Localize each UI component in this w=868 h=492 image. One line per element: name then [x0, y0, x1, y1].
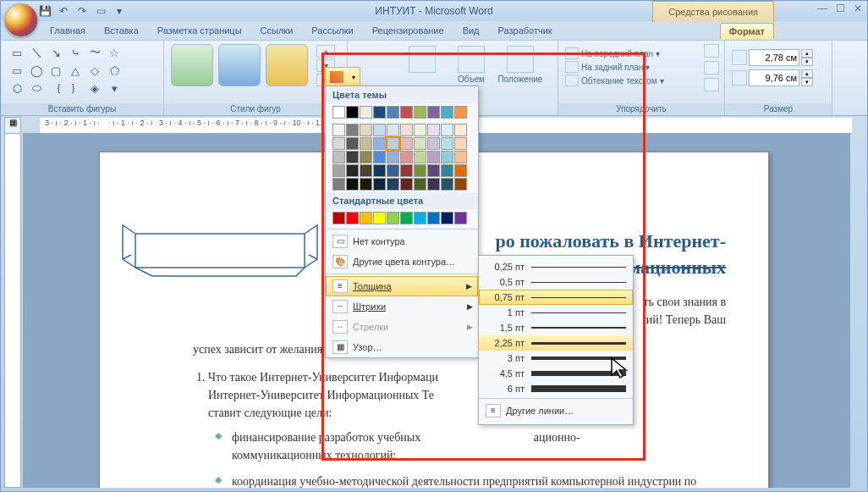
tab-review[interactable]: Рецензирование: [364, 23, 453, 38]
send-back-button[interactable]: На задний план▾: [565, 61, 717, 73]
tab-format[interactable]: Формат: [720, 23, 774, 39]
theme-color-swatch[interactable]: [387, 151, 399, 163]
standard-color-swatch[interactable]: [441, 212, 453, 224]
theme-color-swatch[interactable]: [441, 124, 453, 136]
theme-color-swatch[interactable]: [346, 124, 359, 136]
theme-color-swatch[interactable]: [454, 178, 467, 191]
qat-more-icon[interactable]: ▾: [111, 3, 128, 19]
standard-color-swatch[interactable]: [454, 212, 467, 224]
shape-textbox-icon[interactable]: ▭: [8, 44, 26, 61]
theme-color-swatch[interactable]: [373, 124, 386, 136]
align-icon[interactable]: [704, 44, 719, 58]
shape-outline-button[interactable]: ▾: [325, 67, 360, 87]
theme-color-swatch[interactable]: [454, 106, 467, 119]
maximize-icon[interactable]: ☐: [836, 3, 845, 14]
theme-color-swatch[interactable]: [373, 137, 386, 150]
theme-color-swatch[interactable]: [346, 178, 359, 191]
theme-color-swatch[interactable]: [400, 106, 413, 119]
tab-insert[interactable]: Вставка: [96, 23, 147, 38]
theme-color-swatch[interactable]: [373, 164, 386, 177]
bring-front-button[interactable]: На передний план▾: [565, 47, 717, 59]
theme-color-swatch[interactable]: [373, 178, 386, 191]
shape-gallery[interactable]: ▭＼↘⤷〜☆ ▭◯▢△◇⬠ ⬡⬭｛｝◈▾: [8, 44, 157, 97]
theme-color-swatch[interactable]: [454, 137, 467, 150]
theme-color-swatch[interactable]: [414, 151, 426, 163]
standard-color-swatch[interactable]: [332, 212, 345, 224]
group-icon[interactable]: [704, 61, 719, 75]
theme-color-swatch[interactable]: [332, 124, 345, 136]
theme-color-swatch[interactable]: [400, 164, 413, 177]
standard-color-swatch[interactable]: [360, 212, 372, 224]
theme-color-swatch[interactable]: [332, 151, 345, 163]
qat-redo-icon[interactable]: ↷: [74, 3, 91, 19]
theme-color-swatch[interactable]: [427, 178, 440, 191]
dashes-item[interactable]: ┄Штрихи▶: [326, 296, 478, 317]
text-wrap-button[interactable]: Обтекание текстом▾: [565, 75, 717, 86]
theme-color-swatch[interactable]: [360, 137, 372, 150]
pattern-item[interactable]: ▦Узор…: [326, 337, 478, 357]
theme-color-swatch[interactable]: [427, 124, 440, 136]
theme-color-swatch[interactable]: [441, 164, 453, 177]
theme-color-swatch[interactable]: [373, 106, 386, 119]
standard-color-swatch[interactable]: [414, 212, 426, 224]
standard-color-swatch[interactable]: [400, 212, 413, 224]
tab-home[interactable]: Главная: [41, 23, 94, 38]
ruler-toggle-icon[interactable]: ▦: [4, 117, 21, 134]
shape-callout-icon[interactable]: ◈: [85, 80, 104, 97]
tab-layout[interactable]: Разметка страницы: [149, 23, 250, 38]
standard-color-swatch[interactable]: [346, 212, 359, 224]
weight-option[interactable]: 1 пт: [479, 305, 633, 320]
shape-more2-icon[interactable]: ⬠: [105, 62, 124, 79]
theme-color-swatch[interactable]: [346, 151, 359, 163]
shape-hex-icon[interactable]: ⬡: [8, 80, 26, 97]
office-button[interactable]: [4, 3, 38, 37]
no-outline-item[interactable]: ▭Нет контура: [326, 231, 478, 252]
weight-option[interactable]: 6 пт: [479, 381, 633, 396]
theme-color-swatch[interactable]: [400, 124, 413, 136]
qat-preview-icon[interactable]: ▭: [92, 3, 109, 19]
theme-color-swatch[interactable]: [441, 137, 453, 150]
theme-color-swatch[interactable]: [332, 106, 345, 119]
theme-color-swatch[interactable]: [387, 106, 399, 119]
weight-option[interactable]: 0,75 пт: [479, 290, 633, 305]
width-down-icon[interactable]: ▾: [801, 78, 813, 86]
width-up-icon[interactable]: ▴: [801, 69, 813, 78]
theme-color-swatch[interactable]: [427, 106, 440, 119]
theme-color-swatch[interactable]: [400, 151, 413, 163]
theme-color-swatch[interactable]: [454, 164, 467, 177]
shape-line-icon[interactable]: ＼: [27, 44, 46, 61]
theme-color-swatch[interactable]: [360, 124, 372, 136]
height-up-icon[interactable]: ▴: [801, 49, 813, 58]
theme-color-swatch[interactable]: [360, 178, 372, 191]
style-swatch-2[interactable]: [218, 44, 261, 86]
vertical-ruler[interactable]: [4, 133, 21, 488]
shadow-button[interactable]: [398, 46, 446, 84]
shape-oval-icon[interactable]: ◯: [27, 62, 46, 79]
theme-color-swatch[interactable]: [414, 137, 426, 150]
tab-references[interactable]: Ссылки: [252, 23, 302, 38]
standard-color-swatch[interactable]: [387, 212, 399, 224]
qat-undo-icon[interactable]: ↶: [55, 3, 72, 19]
theme-color-swatch[interactable]: [441, 106, 453, 119]
theme-color-swatch[interactable]: [360, 151, 372, 163]
theme-color-swatch[interactable]: [427, 151, 440, 163]
shape-more1-icon[interactable]: ☆: [105, 44, 124, 61]
minimize-icon[interactable]: —: [817, 3, 827, 14]
shape-rect-icon[interactable]: ▭: [8, 62, 26, 79]
theme-color-swatch[interactable]: [332, 137, 345, 150]
tab-view[interactable]: Вид: [454, 23, 488, 38]
theme-color-swatch[interactable]: [414, 164, 426, 177]
weight-option[interactable]: 2,25 пт: [479, 335, 633, 351]
shape-freeform-icon[interactable]: 〜: [85, 44, 104, 61]
theme-color-swatch[interactable]: [332, 164, 345, 177]
theme-color-swatch[interactable]: [346, 164, 359, 177]
theme-color-swatch[interactable]: [414, 178, 426, 191]
tab-developer[interactable]: Разработчик: [490, 23, 561, 38]
theme-color-swatch[interactable]: [414, 124, 426, 136]
height-input[interactable]: [749, 49, 799, 66]
standard-color-swatch[interactable]: [373, 212, 386, 224]
shape-brace2-icon[interactable]: ｝: [66, 80, 85, 97]
theme-color-swatch[interactable]: [454, 151, 467, 163]
theme-color-swatch[interactable]: [332, 178, 345, 191]
style-swatch-3[interactable]: [266, 44, 308, 86]
